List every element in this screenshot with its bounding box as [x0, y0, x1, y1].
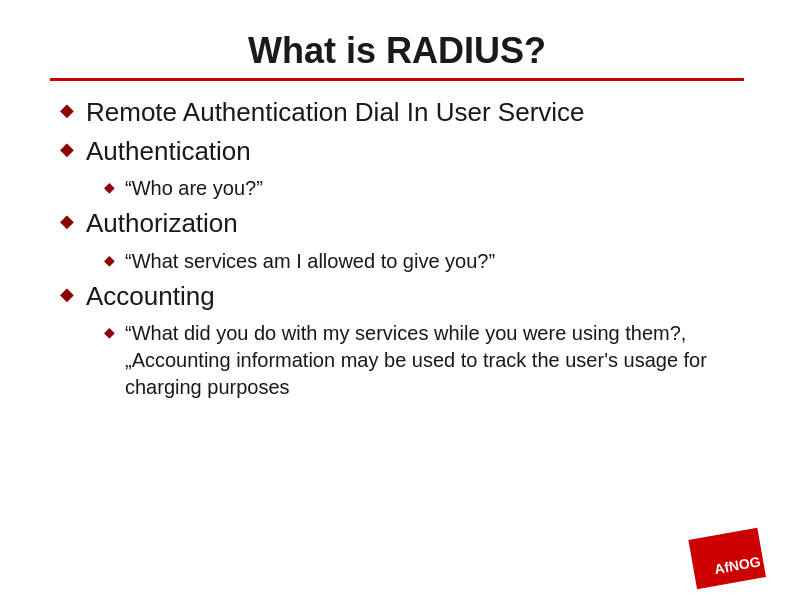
- bullet-3-icon: ◆: [60, 210, 74, 232]
- title-area: What is RADIUS?: [50, 30, 744, 72]
- bullet-1-icon: ◆: [60, 99, 74, 121]
- bullet-3-1-icon: ◆: [104, 252, 115, 269]
- bullet-4-icon: ◆: [60, 283, 74, 305]
- bullet-4-subs: ◆ “What did you do with my services whil…: [60, 320, 744, 401]
- watermark: AfNOG: [686, 517, 766, 577]
- bullet-3-1-text: “What services am I allowed to give you?…: [125, 248, 495, 275]
- content: ◆ Remote Authentication Dial In User Ser…: [50, 97, 744, 401]
- bullet-4-1-text: “What did you do with my services while …: [125, 320, 744, 401]
- bullet-3: ◆ Authorization: [60, 208, 744, 239]
- bullet-1: ◆ Remote Authentication Dial In User Ser…: [60, 97, 744, 128]
- bullet-4: ◆ Accounting: [60, 281, 744, 312]
- bullet-2-1: ◆ “Who are you?”: [104, 175, 744, 202]
- bullet-4-1: ◆ “What did you do with my services whil…: [104, 320, 744, 401]
- bullet-2-text: Authentication: [86, 136, 251, 167]
- red-divider: [50, 78, 744, 81]
- bullet-2-1-text: “Who are you?”: [125, 175, 263, 202]
- slide-title: What is RADIUS?: [50, 30, 744, 72]
- bullet-2-1-icon: ◆: [104, 179, 115, 196]
- bullet-3-subs: ◆ “What services am I allowed to give yo…: [60, 248, 744, 275]
- bullet-1-text: Remote Authentication Dial In User Servi…: [86, 97, 585, 128]
- bullet-2: ◆ Authentication: [60, 136, 744, 167]
- bullet-2-icon: ◆: [60, 138, 74, 160]
- bullet-2-subs: ◆ “Who are you?”: [60, 175, 744, 202]
- bullet-4-text: Accounting: [86, 281, 215, 312]
- bullet-3-text: Authorization: [86, 208, 238, 239]
- bullet-4-1-icon: ◆: [104, 324, 115, 341]
- slide: What is RADIUS? ◆ Remote Authentication …: [0, 0, 794, 595]
- bullet-3-1: ◆ “What services am I allowed to give yo…: [104, 248, 744, 275]
